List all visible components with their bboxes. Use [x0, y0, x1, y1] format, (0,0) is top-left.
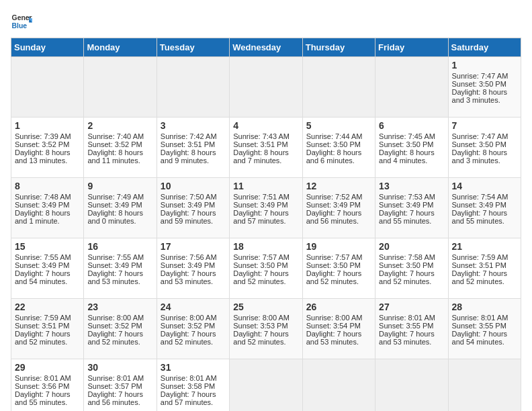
- calendar-cell: [302, 359, 375, 412]
- cell-text: Sunset: 3:52 PM: [161, 322, 226, 330]
- cell-text: Sunset: 3:51 PM: [233, 140, 298, 148]
- cell-text: and 7 minutes.: [233, 156, 298, 165]
- cell-text: Daylight: 7 hours: [233, 330, 298, 338]
- cell-text: Sunset: 3:50 PM: [452, 140, 517, 148]
- cell-text: Daylight: 7 hours: [15, 269, 80, 277]
- cell-text: Sunset: 3:53 PM: [233, 322, 298, 330]
- cell-text: Sunrise: 7:49 AM: [87, 193, 152, 201]
- cell-text: Sunrise: 7:59 AM: [452, 253, 517, 261]
- cell-text: Daylight: 7 hours: [15, 390, 80, 398]
- day-number: 2: [87, 120, 152, 131]
- day-number: 31: [161, 362, 226, 373]
- cell-text: and 59 minutes.: [161, 217, 226, 225]
- cell-text: Daylight: 7 hours: [161, 269, 226, 277]
- day-number: 30: [87, 362, 152, 373]
- calendar-cell: 19Sunrise: 7:57 AMSunset: 3:50 PMDayligh…: [302, 238, 375, 299]
- calendar-cell: 10Sunrise: 7:50 AMSunset: 3:49 PMDayligh…: [157, 178, 229, 238]
- cell-text: Daylight: 8 hours: [452, 88, 517, 96]
- cell-text: Sunrise: 7:44 AM: [306, 132, 371, 140]
- day-number: 4: [233, 120, 298, 131]
- day-number: 23: [87, 302, 152, 312]
- cell-text: Sunset: 3:49 PM: [161, 261, 226, 269]
- day-number: 7: [452, 120, 517, 131]
- cell-text: Sunrise: 7:58 AM: [379, 253, 444, 261]
- cell-text: Sunrise: 7:57 AM: [306, 253, 371, 261]
- cell-text: Sunset: 3:58 PM: [161, 382, 226, 390]
- day-number: 1: [452, 60, 517, 71]
- cell-text: Daylight: 8 hours: [87, 209, 152, 217]
- cell-text: Sunrise: 7:59 AM: [15, 314, 80, 322]
- day-number: 13: [379, 181, 444, 191]
- cell-text: Sunrise: 7:53 AM: [379, 193, 444, 201]
- day-number: 21: [452, 241, 517, 252]
- cell-text: Sunrise: 7:55 AM: [87, 253, 152, 261]
- calendar-cell: 29Sunrise: 8:01 AMSunset: 3:56 PMDayligh…: [11, 359, 84, 412]
- column-header-sunday: Sunday: [11, 38, 84, 57]
- cell-text: Sunset: 3:49 PM: [87, 261, 152, 269]
- cell-text: and 53 minutes.: [379, 338, 444, 346]
- day-number: 18: [233, 241, 298, 252]
- calendar-cell: 25Sunrise: 8:00 AMSunset: 3:53 PMDayligh…: [230, 299, 302, 359]
- week-row-5: 22Sunrise: 7:59 AMSunset: 3:51 PMDayligh…: [11, 299, 521, 359]
- day-number: 16: [87, 241, 152, 252]
- cell-text: Daylight: 7 hours: [233, 269, 298, 277]
- day-number: 5: [306, 120, 371, 131]
- day-number: 20: [379, 241, 444, 252]
- cell-text: Daylight: 8 hours: [379, 148, 444, 156]
- cell-text: Sunrise: 7:45 AM: [379, 132, 444, 140]
- cell-text: and 54 minutes.: [15, 277, 80, 285]
- logo-icon: General Blue: [11, 11, 32, 32]
- calendar-cell: [230, 359, 302, 412]
- cell-text: Sunrise: 7:55 AM: [15, 253, 80, 261]
- cell-text: Daylight: 7 hours: [161, 390, 226, 398]
- cell-text: Daylight: 7 hours: [452, 209, 517, 217]
- cell-text: Daylight: 7 hours: [306, 330, 371, 338]
- cell-text: Sunrise: 7:56 AM: [161, 253, 226, 261]
- calendar-cell: [11, 57, 84, 118]
- day-number: 3: [161, 120, 226, 131]
- calendar-cell: 2Sunrise: 7:40 AMSunset: 3:52 PMDaylight…: [84, 118, 157, 178]
- cell-text: Sunset: 3:50 PM: [306, 140, 371, 148]
- cell-text: and 54 minutes.: [452, 338, 517, 346]
- cell-text: Sunset: 3:50 PM: [233, 261, 298, 269]
- calendar-cell: 7Sunrise: 7:47 AMSunset: 3:50 PMDaylight…: [448, 118, 521, 178]
- cell-text: and 56 minutes.: [306, 217, 371, 225]
- calendar-table: SundayMondayTuesdayWednesdayThursdayFrid…: [11, 38, 521, 411]
- cell-text: and 4 minutes.: [379, 156, 444, 165]
- cell-text: Daylight: 7 hours: [306, 269, 371, 277]
- calendar-cell: 20Sunrise: 7:58 AMSunset: 3:50 PMDayligh…: [375, 238, 448, 299]
- cell-text: Daylight: 7 hours: [161, 209, 226, 217]
- cell-text: and 57 minutes.: [233, 217, 298, 225]
- cell-text: Sunrise: 8:00 AM: [233, 314, 298, 322]
- calendar-cell: 22Sunrise: 7:59 AMSunset: 3:51 PMDayligh…: [11, 299, 84, 359]
- week-row-1: 1Sunrise: 7:47 AMSunset: 3:50 PMDaylight…: [11, 57, 521, 118]
- cell-text: Sunset: 3:49 PM: [87, 201, 152, 209]
- cell-text: Sunset: 3:49 PM: [161, 201, 226, 209]
- column-header-friday: Friday: [375, 38, 448, 57]
- day-number: 10: [161, 181, 226, 191]
- calendar-cell: 31Sunrise: 8:01 AMSunset: 3:58 PMDayligh…: [157, 359, 229, 412]
- cell-text: Sunset: 3:50 PM: [379, 261, 444, 269]
- cell-text: Sunset: 3:54 PM: [306, 322, 371, 330]
- calendar-cell: 28Sunrise: 8:01 AMSunset: 3:55 PMDayligh…: [448, 299, 521, 359]
- cell-text: Sunrise: 7:42 AM: [161, 132, 226, 140]
- cell-text: and 9 minutes.: [161, 156, 226, 165]
- day-number: 1: [15, 120, 80, 131]
- cell-text: and 53 minutes.: [306, 338, 371, 346]
- cell-text: Daylight: 8 hours: [452, 148, 517, 156]
- cell-text: Daylight: 8 hours: [306, 148, 371, 156]
- cell-text: Daylight: 7 hours: [452, 269, 517, 277]
- cell-text: and 0 minutes.: [87, 217, 152, 225]
- day-number: 12: [306, 181, 371, 191]
- column-header-tuesday: Tuesday: [157, 38, 229, 57]
- calendar-cell: [230, 57, 302, 118]
- page-header: General Blue: [11, 11, 521, 32]
- cell-text: and 52 minutes.: [452, 277, 517, 285]
- cell-text: Sunrise: 8:01 AM: [452, 314, 517, 322]
- cell-text: Sunset: 3:52 PM: [15, 140, 80, 148]
- calendar-header-row: SundayMondayTuesdayWednesdayThursdayFrid…: [11, 38, 521, 57]
- cell-text: Sunrise: 7:52 AM: [306, 193, 371, 201]
- cell-text: and 52 minutes.: [15, 338, 80, 346]
- calendar-cell: 8Sunrise: 7:48 AMSunset: 3:49 PMDaylight…: [11, 178, 84, 238]
- cell-text: Sunrise: 7:47 AM: [452, 72, 517, 80]
